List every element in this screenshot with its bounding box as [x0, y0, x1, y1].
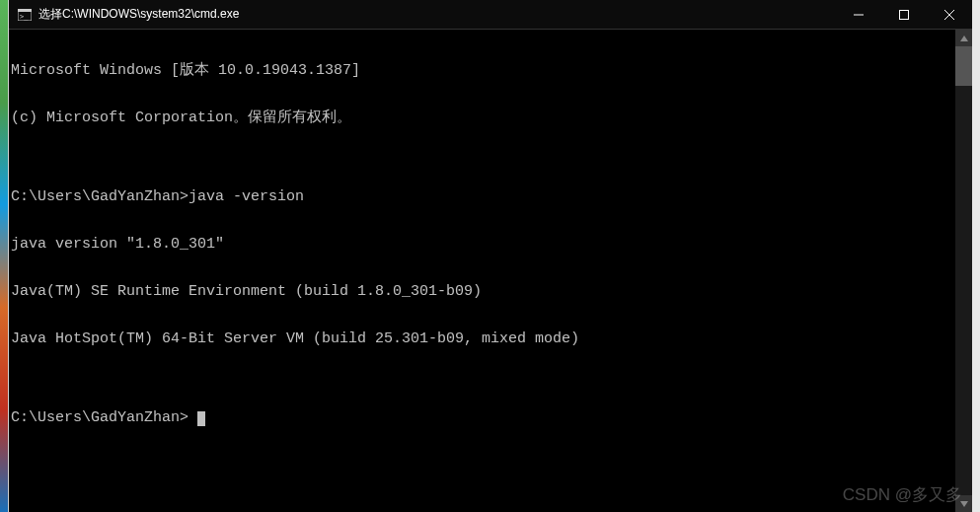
- scroll-track[interactable]: [955, 46, 972, 495]
- cursor: [197, 411, 205, 426]
- output-line: Java(TM) SE Runtime Environment (build 1…: [11, 284, 955, 300]
- scroll-down-button[interactable]: [955, 495, 972, 512]
- left-app-strip: [0, 0, 8, 512]
- svg-rect-4: [900, 11, 909, 20]
- scroll-up-button[interactable]: [955, 30, 972, 46]
- terminal-output[interactable]: Microsoft Windows [版本 10.0.19043.1387] (…: [9, 30, 955, 512]
- window-title: 选择C:\WINDOWS\system32\cmd.exe: [38, 6, 836, 23]
- close-button[interactable]: [927, 0, 972, 30]
- prompt-text: C:\Users\GadYanZhan>: [11, 409, 197, 426]
- output-line: (c) Microsoft Corporation。保留所有权利。: [11, 110, 955, 126]
- output-line: java version "1.8.0_301": [11, 237, 955, 253]
- output-line: Microsoft Windows [版本 10.0.19043.1387]: [11, 63, 955, 79]
- svg-text:>_: >_: [20, 13, 29, 21]
- window-controls: [836, 0, 972, 29]
- maximize-button[interactable]: [881, 0, 927, 30]
- output-line: Java HotSpot(TM) 64-Bit Server VM (build…: [11, 331, 955, 347]
- cmd-window: >_ 选择C:\WINDOWS\system32\cmd.exe Microso…: [9, 0, 972, 512]
- terminal-body: Microsoft Windows [版本 10.0.19043.1387] (…: [9, 30, 972, 512]
- minimize-button[interactable]: [836, 0, 881, 30]
- right-edge: [972, 0, 980, 512]
- scroll-thumb[interactable]: [955, 46, 972, 86]
- svg-marker-8: [960, 501, 968, 507]
- cmd-icon: >_: [17, 7, 33, 23]
- titlebar[interactable]: >_ 选择C:\WINDOWS\system32\cmd.exe: [9, 0, 972, 30]
- prompt-line: C:\Users\GadYanZhan>: [11, 410, 955, 426]
- vertical-scrollbar[interactable]: [955, 30, 972, 512]
- svg-rect-1: [18, 9, 32, 12]
- svg-marker-7: [960, 36, 968, 41]
- output-line: C:\Users\GadYanZhan>java -version: [11, 189, 955, 205]
